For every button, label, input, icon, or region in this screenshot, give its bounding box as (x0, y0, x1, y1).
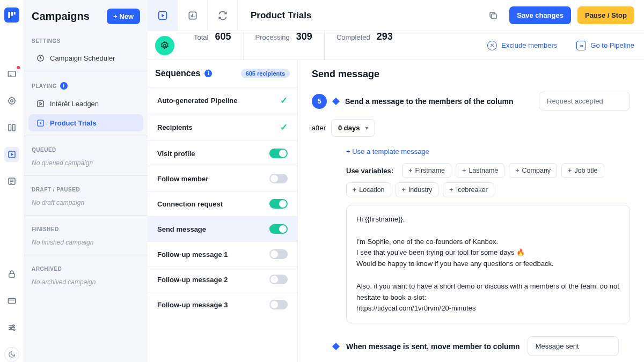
sequence-row[interactable]: Follow-up message 2 (148, 267, 297, 292)
sequence-row[interactable]: Follow-up message 1 (148, 241, 297, 267)
clock-icon (36, 54, 45, 62)
settings-sliders-icon[interactable] (4, 320, 19, 335)
variable-chip[interactable]: +Job title (561, 163, 604, 178)
sequence-row[interactable]: Connection request (148, 191, 297, 216)
svg-point-13 (10, 327, 12, 329)
tool-play-icon[interactable] (148, 0, 178, 31)
stat-processing-label: Processing (255, 33, 290, 41)
x-circle-icon: ✕ (487, 41, 497, 50)
toggle[interactable] (269, 224, 288, 234)
inbox-icon[interactable] (4, 67, 19, 82)
svg-point-5 (11, 100, 13, 102)
variable-chip[interactable]: +Lastname (456, 163, 504, 178)
toggle[interactable] (269, 249, 288, 259)
svg-rect-16 (37, 100, 43, 106)
main-area: Product Trials Save changes Pause / Stop… (148, 0, 644, 362)
new-campaign-button[interactable]: + New (107, 9, 140, 24)
toggle[interactable] (269, 275, 288, 284)
sequence-row[interactable]: Send message (148, 216, 297, 241)
campaign-scheduler-item[interactable]: Campaign Scheduler (28, 49, 143, 67)
stat-completed-label: Completed (336, 33, 370, 41)
variable-chip[interactable]: +Icebreaker (443, 182, 494, 197)
go-pipeline-link[interactable]: ∞ Go to Pipeline (567, 41, 644, 50)
save-button[interactable]: Save changes (509, 6, 571, 24)
sequence-label: Follow-up message 1 (157, 250, 228, 258)
finished-empty: No finished campaign (24, 237, 148, 252)
svg-point-14 (13, 329, 15, 330)
section-archived: ARCHIVED (24, 258, 148, 276)
variable-chip[interactable]: +Firstname (402, 163, 451, 178)
exclude-members-link[interactable]: ✕ Exclude members (478, 41, 567, 50)
plus-icon: + (402, 186, 406, 194)
queued-empty: No queued campaign (24, 157, 148, 172)
stat-completed-value: 293 (377, 31, 393, 42)
stat-total-value: 605 (215, 31, 231, 42)
column-selector[interactable]: Request accepted (539, 92, 630, 110)
list-icon[interactable] (4, 174, 19, 189)
tool-stats-icon[interactable] (178, 0, 208, 31)
nav-rail (0, 0, 24, 362)
diamond-icon (332, 97, 340, 105)
toggle[interactable] (269, 174, 288, 183)
sequence-label: Auto-generated Pipeline (157, 97, 238, 105)
sequence-row[interactable]: Follow member (148, 166, 297, 191)
move-title: When message is sent, move member to col… (346, 342, 520, 351)
campaigns-icon[interactable] (4, 147, 19, 162)
variable-chip[interactable]: +Industry (396, 182, 439, 197)
info-icon[interactable]: i (60, 82, 68, 90)
stat-processing-value: 309 (296, 31, 312, 42)
sequence-label: Connection request (157, 200, 223, 208)
play-icon (36, 99, 45, 108)
variable-chip[interactable]: +Location (346, 182, 391, 197)
template-link[interactable]: + Use a template message (346, 147, 630, 156)
panel-title: Campaigns (32, 10, 90, 23)
stats-bar: Total 605 Processing 309 Completed 293 ✕… (148, 31, 644, 60)
app-logo[interactable] (4, 8, 19, 23)
tool-sync-icon[interactable] (208, 0, 238, 31)
plus-icon: + (568, 167, 572, 174)
toggle[interactable] (269, 199, 288, 209)
copy-icon[interactable] (484, 6, 503, 25)
sequence-label: Follow member (157, 175, 208, 183)
sequence-row[interactable]: Recipients✓ (148, 114, 297, 141)
sequence-row[interactable]: Follow-up message 3 (148, 292, 297, 317)
delay-select[interactable]: 0 days ▾ (331, 119, 375, 137)
gear-icon[interactable] (155, 36, 174, 55)
step-editor: Send message 5 Send a message to the mem… (298, 60, 644, 362)
item-label: Intérêt Leadgen (50, 100, 99, 108)
section-finished: FINISHED (24, 219, 148, 237)
svg-rect-0 (8, 12, 10, 18)
step-title: Send a message to the members of the col… (345, 97, 514, 106)
board-icon[interactable] (4, 120, 19, 135)
svg-rect-3 (8, 71, 16, 77)
message-textarea[interactable]: Hi {{firstname}}, I'm Sophie, one of the… (346, 205, 630, 323)
item-label: Product Trials (50, 119, 97, 127)
theme-toggle-icon[interactable] (4, 347, 19, 362)
billing-icon[interactable] (4, 293, 19, 308)
plus-icon: + (462, 167, 466, 174)
diamond-icon (332, 343, 340, 350)
sequence-label: Follow-up message 3 (157, 301, 228, 309)
sequence-row[interactable]: Auto-generated Pipeline✓ (148, 87, 297, 114)
section-settings: SETTINGS (24, 31, 148, 48)
svg-rect-6 (9, 124, 11, 131)
info-icon[interactable]: i (204, 70, 212, 77)
playing-item-1[interactable]: Product Trials (28, 114, 143, 131)
svg-rect-20 (492, 14, 496, 19)
variable-chip[interactable]: +Company (509, 163, 557, 178)
move-column-selector[interactable]: Message sent (528, 336, 619, 356)
sequence-label: Visit profile (157, 150, 195, 158)
sequence-row[interactable]: Visit profile (148, 141, 297, 166)
check-icon: ✓ (280, 122, 288, 133)
item-label: Campaign Scheduler (50, 54, 115, 62)
playing-item-0[interactable]: Intérêt Leadgen (28, 95, 143, 112)
stat-total-label: Total (194, 33, 208, 41)
svg-rect-2 (14, 12, 16, 14)
lock-icon[interactable] (4, 267, 19, 282)
target-icon[interactable] (4, 93, 19, 108)
pause-button[interactable]: Pause / Stop (577, 6, 634, 24)
toggle[interactable] (269, 149, 288, 158)
plus-icon: + (515, 167, 519, 174)
toggle[interactable] (269, 300, 288, 309)
svg-point-12 (13, 325, 14, 327)
